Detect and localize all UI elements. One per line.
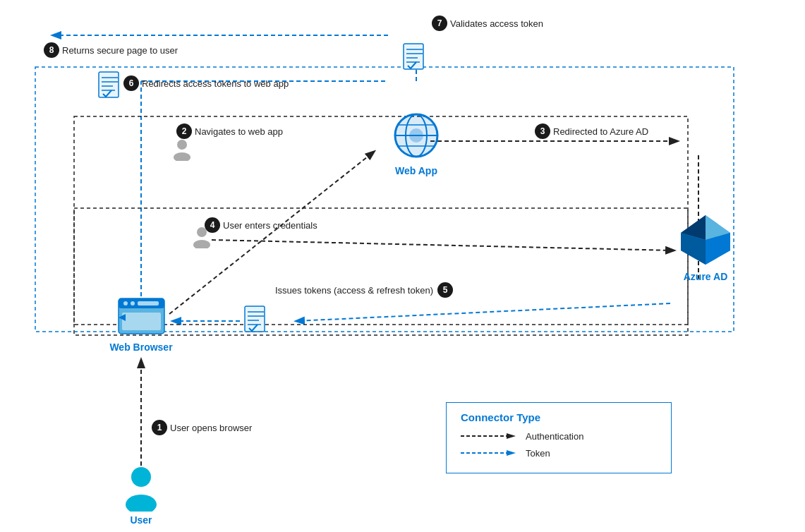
step-4-label: 4 User enters credentials xyxy=(205,217,317,233)
legend-item-token: Token xyxy=(461,447,657,459)
diagram: User Web Browser Web Ap xyxy=(0,0,805,532)
web-app-node: Web App xyxy=(381,109,452,176)
step-7-badge: 7 xyxy=(432,16,447,31)
token-doc-6 xyxy=(97,71,122,102)
legend: Connector Type Authentication Token xyxy=(446,402,672,473)
step-1-label: 1 User opens browser xyxy=(152,420,252,435)
svg-marker-55 xyxy=(507,433,516,439)
web-app-label: Web App xyxy=(395,165,437,176)
step-3-badge: 3 xyxy=(535,123,550,139)
step-2-badge: 2 xyxy=(176,123,192,139)
step-3-label: 3 Redirected to Azure AD xyxy=(535,123,648,139)
svg-rect-21 xyxy=(138,301,159,306)
azure-ad-node: Azure AD xyxy=(667,212,744,282)
step-8-badge: 8 xyxy=(44,42,59,58)
azure-ad-label: Azure AD xyxy=(684,271,728,282)
web-browser-label: Web Browser xyxy=(109,341,172,353)
svg-point-50 xyxy=(177,140,187,150)
step-6-label: 6 Redirects access tokens to web app xyxy=(123,75,289,91)
person-step2 xyxy=(172,138,192,164)
svg-marker-57 xyxy=(507,450,516,456)
svg-point-29 xyxy=(409,128,423,143)
web-browser-node: Web Browser xyxy=(102,293,180,353)
svg-point-19 xyxy=(123,301,128,306)
svg-rect-18 xyxy=(122,313,161,330)
user-node: User xyxy=(109,466,173,526)
svg-point-20 xyxy=(131,301,135,306)
step-7-label: 7 Validates access token xyxy=(432,16,543,31)
svg-point-15 xyxy=(126,495,157,512)
step-6-badge: 6 xyxy=(123,75,139,91)
svg-line-4 xyxy=(212,240,674,250)
legend-item-auth: Authentication xyxy=(461,430,657,442)
step-5-label: Issues tokens (access & refresh token) 5 xyxy=(275,282,453,298)
step-5-badge: 5 xyxy=(437,282,453,298)
step-8-label: 8 Returns secure page to user xyxy=(44,42,178,58)
step-1-badge: 1 xyxy=(152,420,167,435)
token-doc-5 xyxy=(243,305,268,336)
svg-line-5 xyxy=(296,303,670,321)
legend-title: Connector Type xyxy=(461,411,657,423)
svg-point-52 xyxy=(197,227,207,237)
person-step4 xyxy=(192,226,212,251)
svg-point-53 xyxy=(193,240,210,248)
svg-point-51 xyxy=(174,152,190,161)
token-doc-7 xyxy=(402,42,427,73)
step-2-label: 2 Navigates to web app xyxy=(176,123,283,139)
user-label: User xyxy=(130,514,152,526)
svg-point-14 xyxy=(131,467,151,487)
